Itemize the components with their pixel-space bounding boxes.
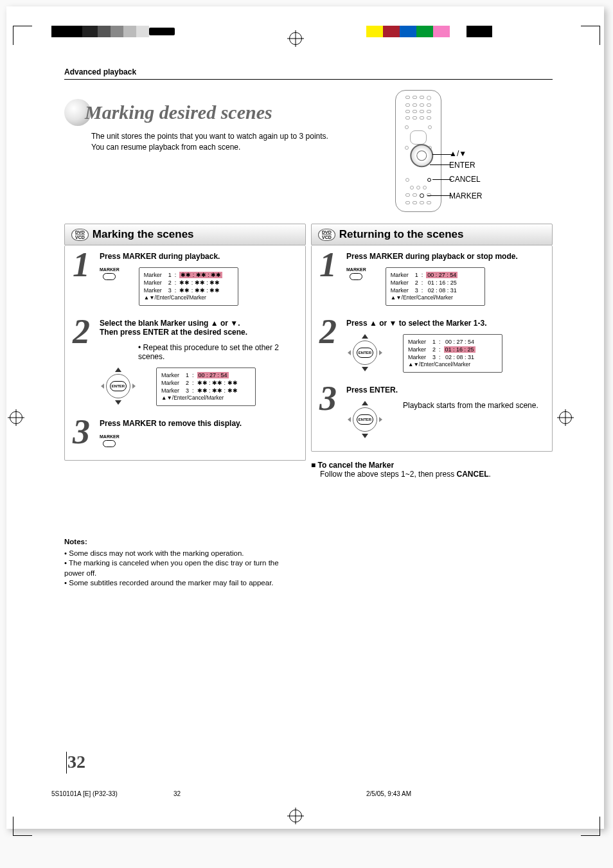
- step-number-1: 1: [73, 251, 93, 306]
- footer-meta: 5S10101A [E] (P32-33) 32 2/5/05, 9:43 AM: [51, 790, 574, 797]
- remote-label-enter: ENTER: [449, 161, 475, 170]
- col-heading-left: Marking the scenes: [93, 228, 194, 241]
- marker-osd: Marker 1 : ✱✱ : ✱✱ : ✱✱ Marker 2 : ✱✱ : …: [139, 267, 238, 306]
- right-step1-title: Press MARKER during playback or stop mod…: [346, 252, 544, 261]
- step-number-1: 1: [319, 251, 340, 306]
- registration-mark-icon: [559, 411, 572, 424]
- dvd-vcd-badge-icon: DVDVCD: [71, 229, 89, 241]
- marker-osd: Marker 1 : 00 : 27 : 54 Marker 2 : ✱✱ : …: [156, 368, 256, 406]
- step-number-3: 3: [73, 418, 93, 447]
- col-header-marking: DVDVCD Marking the scenes: [64, 224, 306, 245]
- footer-doc-id: 5S10101A [E] (P32-33): [51, 790, 173, 797]
- col-heading-right: Returning to the scenes: [339, 228, 464, 241]
- right-step3-title: Press ENTER.: [346, 385, 544, 394]
- marker-osd: Marker 1 : 00 : 27 : 54 Marker 2 : 01 : …: [386, 267, 485, 306]
- marker-osd: Marker 1 : 00 : 27 : 54 Marker 2 : 01 : …: [403, 334, 502, 373]
- left-step2-note: • Repeat this procedure to set the other…: [138, 343, 298, 361]
- enter-dpad-icon: ENTER: [346, 334, 384, 371]
- cancel-marker-section: To cancel the Marker Follow the above st…: [311, 461, 553, 479]
- notes-heading: Notes:: [64, 537, 289, 547]
- right-step3-note: Playback starts from the marked scene.: [403, 401, 538, 410]
- marker-button-icon: MARKER: [100, 434, 120, 447]
- note-item: • The marking is canceled when you open …: [64, 558, 289, 578]
- print-color-bar-left: [51, 26, 175, 37]
- page-number: 32: [67, 752, 85, 772]
- left-step3-title: Press MARKER to remove this display.: [100, 419, 298, 428]
- right-step2-title: Press ▲ or ▼ to select the Marker 1-3.: [346, 319, 544, 328]
- note-item: • Some discs may not work with the marki…: [64, 549, 289, 559]
- remote-label-marker: MARKER: [449, 191, 482, 200]
- print-color-bar-right: [366, 26, 509, 37]
- step-number-3: 3: [319, 384, 340, 438]
- col-header-returning: DVDVCD Returning to the scenes: [311, 224, 553, 245]
- footer-page: 32: [173, 790, 366, 797]
- crop-mark-icon: [13, 817, 32, 836]
- remote-diagram: ▲/▼ ENTER CANCEL MARKER: [395, 90, 441, 212]
- notes-block: Notes: • Some discs may not work with th…: [64, 537, 289, 589]
- intro-line-2: You can resume playback from each scene.: [91, 142, 553, 153]
- step-number-2: 2: [73, 317, 93, 406]
- remote-outline-icon: [395, 90, 441, 212]
- step-number-2: 2: [319, 317, 340, 373]
- marker-button-icon: MARKER: [100, 267, 120, 280]
- left-step1-title: Press MARKER during playback.: [100, 252, 298, 261]
- footer-timestamp: 2/5/05, 9:43 AM: [366, 790, 411, 797]
- remote-dpad-icon: [405, 139, 438, 172]
- enter-dpad-icon: ENTER: [346, 401, 384, 438]
- enter-dpad-icon: ENTER: [100, 368, 137, 405]
- marker-button-icon: MARKER: [346, 267, 366, 280]
- registration-mark-icon: [289, 32, 302, 45]
- page-number-rule: [66, 752, 67, 774]
- left-step2-title: Select the blank Marker using ▲ or ▼. Th…: [100, 319, 298, 337]
- registration-mark-icon: [10, 411, 22, 424]
- note-item: • Some subtitles recorded around the mar…: [64, 578, 289, 589]
- crop-mark-icon: [13, 26, 32, 45]
- dvd-vcd-badge-icon: DVDVCD: [318, 229, 335, 241]
- crop-mark-icon: [581, 26, 600, 45]
- page-title: Marking desired scenes: [85, 102, 272, 123]
- cancel-heading: To cancel the Marker: [311, 461, 553, 470]
- remote-label-cancel: CANCEL: [449, 175, 481, 184]
- crop-mark-icon: [581, 817, 600, 836]
- intro-line-1: The unit stores the points that you want…: [91, 131, 553, 142]
- section-label: Advanced playback: [64, 67, 553, 80]
- registration-mark-icon: [289, 810, 302, 822]
- remote-label-arrows: ▲/▼: [449, 149, 466, 158]
